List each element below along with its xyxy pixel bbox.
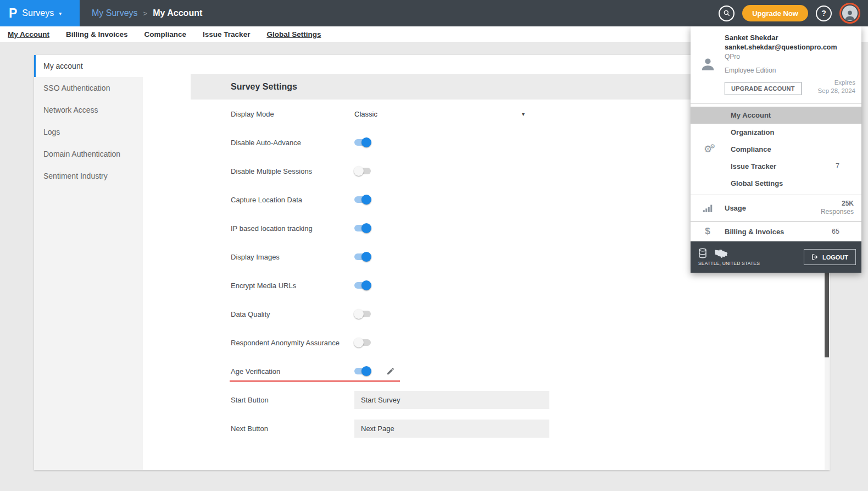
dollar-icon: $ xyxy=(691,226,725,237)
avatar-highlight-ring xyxy=(839,3,860,24)
capture-location-data-toggle[interactable] xyxy=(354,196,371,203)
datacenter-info: SEATTLE, UNITED STATES xyxy=(698,248,760,266)
billing-value: 65 xyxy=(832,228,861,235)
setting-row-next-button: Next Button xyxy=(231,414,830,443)
person-icon xyxy=(844,9,856,21)
setting-label: IP based location tracking xyxy=(231,224,354,233)
toggle-knob xyxy=(354,309,364,319)
screen: P Surveys ▾ My Surveys > My Account Upgr… xyxy=(0,0,868,491)
sidebar-item-sentiment-industry[interactable]: Sentiment Industry xyxy=(34,165,143,187)
sidebar-item-domain-authentication[interactable]: Domain Authentication xyxy=(34,143,143,165)
setting-label: Respondent Anonymity Assurance xyxy=(231,339,354,347)
chevron-down-icon: ▾ xyxy=(522,111,525,117)
toggle-knob xyxy=(361,366,371,376)
upgrade-account-button[interactable]: UPGRADE ACCOUNT xyxy=(725,82,802,95)
data-quality-toggle[interactable] xyxy=(354,311,371,317)
datacenter-location: SEATTLE, UNITED STATES xyxy=(698,261,760,266)
logout-label: LOGOUT xyxy=(822,254,848,261)
setting-label: Data Quality xyxy=(231,310,354,318)
setting-row-data-quality: Data Quality xyxy=(231,300,830,328)
settings-gears-icon: ⚙⚙ xyxy=(704,143,715,155)
tab-my-account[interactable]: My Account xyxy=(8,30,49,38)
setting-row-respondent-anonymity: Respondent Anonymity Assurance xyxy=(231,328,830,357)
expires-date: Sep 28, 2024 xyxy=(818,87,855,95)
start-button-input[interactable] xyxy=(354,391,549,409)
account-menu-item-global-settings[interactable]: Global Settings xyxy=(691,175,861,192)
setting-label: Encrypt Media URLs xyxy=(231,282,354,290)
account-menu-list: ⚙⚙ My Account Organization Compliance Is… xyxy=(691,103,861,195)
tab-compliance[interactable]: Compliance xyxy=(144,30,187,38)
account-menu-item-my-account[interactable]: My Account xyxy=(691,107,861,124)
account-dropdown-panel: Sanket Shekdar sanket.shekdar@questionpr… xyxy=(691,26,861,273)
menu-item-label: Compliance xyxy=(731,145,771,153)
settings-sidebar: My account SSO Authentication Network Ac… xyxy=(34,55,143,470)
setting-row-encrypt-media-urls: Encrypt Media URLs xyxy=(231,271,830,300)
expires-label: Expires xyxy=(818,79,855,87)
search-button[interactable] xyxy=(719,5,735,21)
product-name: Surveys xyxy=(22,8,54,18)
sidebar-item-my-account[interactable]: My account xyxy=(34,55,143,77)
encrypt-media-urls-toggle[interactable] xyxy=(354,282,371,289)
setting-label: Disable Multiple Sessions xyxy=(231,167,354,175)
help-button[interactable]: ? xyxy=(816,5,832,21)
display-images-toggle[interactable] xyxy=(354,253,371,260)
topbar: P Surveys ▾ My Surveys > My Account Upgr… xyxy=(0,0,868,26)
menu-item-label: Issue Tracker xyxy=(731,162,776,170)
account-menu-item-organization[interactable]: Organization xyxy=(691,124,861,141)
toggle-knob xyxy=(354,166,364,176)
tab-global-settings[interactable]: Global Settings xyxy=(266,30,321,38)
chevron-down-icon: ▾ xyxy=(59,10,62,16)
billing-row[interactable]: $ Billing & Invoices 65 xyxy=(691,221,861,241)
breadcrumb-current: My Account xyxy=(153,8,202,18)
disable-multiple-sessions-toggle[interactable] xyxy=(354,168,371,174)
usage-label: Usage xyxy=(725,204,821,212)
account-panel-footer: SEATTLE, UNITED STATES LOGOUT xyxy=(691,241,861,273)
breadcrumb-separator: > xyxy=(143,9,148,18)
respondent-anonymity-toggle[interactable] xyxy=(354,339,371,346)
user-org: QPro xyxy=(725,53,855,60)
user-name: Sanket Shekdar xyxy=(725,34,855,42)
tab-issue-tracker[interactable]: Issue Tracker xyxy=(203,30,250,38)
usage-row[interactable]: Usage 25K Responses xyxy=(691,195,861,221)
usage-bars-icon xyxy=(691,204,725,212)
setting-label: Display Mode xyxy=(231,110,354,118)
next-button-input[interactable] xyxy=(354,420,549,438)
user-avatar[interactable] xyxy=(842,5,858,21)
sidebar-item-logs[interactable]: Logs xyxy=(34,121,143,143)
questionpro-logo: P xyxy=(9,7,17,20)
account-menu-item-compliance[interactable]: Compliance xyxy=(691,141,861,158)
logout-icon xyxy=(811,253,819,261)
ip-location-tracking-toggle[interactable] xyxy=(354,225,371,231)
profile-section: Sanket Shekdar sanket.shekdar@questionpr… xyxy=(691,26,861,103)
user-email: sanket.shekdar@questionpro.com xyxy=(725,43,855,51)
setting-row-start-button: Start Button xyxy=(231,385,830,414)
toggle-knob xyxy=(354,338,364,347)
usage-value: 25K Responses xyxy=(821,200,861,217)
logout-button[interactable]: LOGOUT xyxy=(804,249,856,265)
license-expiry: Expires Sep 28, 2024 xyxy=(818,79,855,95)
tab-billing-invoices[interactable]: Billing & Invoices xyxy=(66,30,128,38)
setting-label: Next Button xyxy=(231,424,354,433)
upgrade-now-button[interactable]: Upgrade Now xyxy=(742,5,808,21)
sidebar-item-network-access[interactable]: Network Access xyxy=(34,99,143,121)
menu-item-label: Global Settings xyxy=(731,179,783,187)
age-verification-toggle[interactable] xyxy=(354,368,371,374)
setting-label: Start Button xyxy=(231,396,354,404)
toggle-knob xyxy=(361,137,371,147)
breadcrumb-my-surveys[interactable]: My Surveys xyxy=(92,8,138,18)
license-edition: Employee Edition xyxy=(725,67,855,74)
sidebar-item-sso-authentication[interactable]: SSO Authentication xyxy=(34,77,143,99)
toggle-knob xyxy=(361,280,371,290)
disable-auto-advance-toggle[interactable] xyxy=(354,139,371,146)
billing-label: Billing & Invoices xyxy=(725,228,832,236)
setting-label: Capture Location Data xyxy=(231,196,354,204)
product-switcher[interactable]: P Surveys ▾ xyxy=(0,0,80,26)
display-mode-select[interactable]: Classic ▾ xyxy=(354,110,525,118)
account-menu-item-issue-tracker[interactable]: Issue Tracker 7 xyxy=(691,158,861,175)
profile-details: Sanket Shekdar sanket.shekdar@questionpr… xyxy=(725,34,855,95)
setting-row-age-verification: Age Verification xyxy=(231,357,830,385)
breadcrumb: My Surveys > My Account xyxy=(92,8,202,18)
toggle-knob xyxy=(361,195,371,205)
edit-pencil-icon[interactable] xyxy=(386,367,395,376)
display-mode-value: Classic xyxy=(354,110,377,118)
